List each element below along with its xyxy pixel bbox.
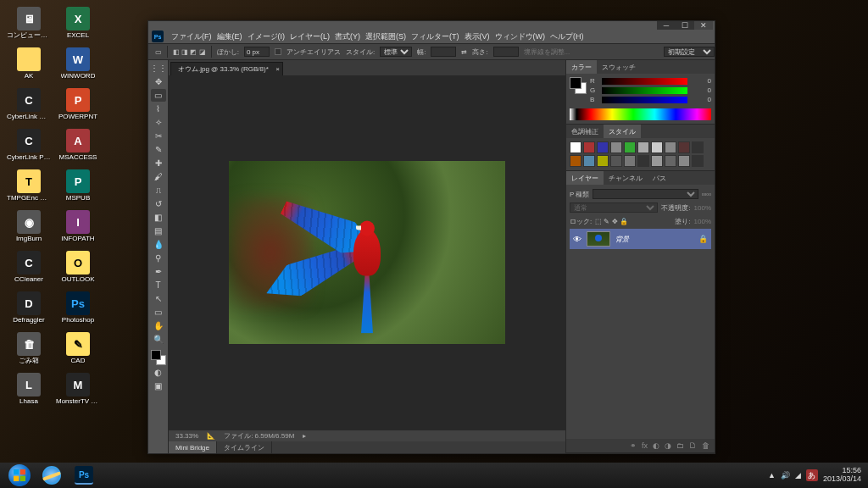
- layer-group-icon[interactable]: 🗀: [676, 441, 684, 450]
- desktop-icon-cyberlinkphotodirect[interactable]: CCyberLink PhotoDirect...: [7, 129, 51, 164]
- styles-tab[interactable]: スタイル: [604, 125, 641, 138]
- adjustments-tab[interactable]: 色調補正: [566, 125, 604, 138]
- mini-bridge-tab[interactable]: Mini Bridge: [169, 441, 217, 453]
- menu-f[interactable]: ファイル(F): [169, 31, 214, 42]
- desktop-icon-imgburn[interactable]: ◉ImgBurn: [7, 210, 51, 246]
- start-button[interactable]: [3, 463, 36, 487]
- style-swatch[interactable]: [583, 155, 595, 167]
- volume-icon[interactable]: 🔊: [781, 471, 790, 480]
- visibility-icon[interactable]: 👁: [573, 235, 581, 244]
- style-swatch[interactable]: [610, 155, 622, 167]
- desktop-icon-mspub[interactable]: PMSPUB: [56, 169, 100, 205]
- style-swatch[interactable]: [583, 141, 595, 153]
- zoom-tool-icon[interactable]: 🔍: [151, 333, 166, 346]
- desktop-icon-powerpnt[interactable]: PPOWERPNT: [56, 88, 100, 124]
- type-tool-icon[interactable]: T: [151, 279, 166, 291]
- blur-tool-icon[interactable]: 💧: [151, 238, 166, 251]
- quickmask-icon[interactable]: ◐: [151, 366, 166, 379]
- delete-layer-icon[interactable]: 🗑: [702, 441, 709, 450]
- menu-l[interactable]: レイヤー(L): [287, 31, 332, 42]
- style-swatch[interactable]: [692, 155, 704, 167]
- desktop-icon-infopath[interactable]: IINFOPATH: [56, 210, 100, 246]
- channels-tab[interactable]: チャンネル: [604, 171, 648, 185]
- opacity-value[interactable]: 100%: [694, 204, 711, 212]
- crop-tool-icon[interactable]: ✂: [151, 130, 166, 142]
- brush-tool-icon[interactable]: 🖌: [151, 170, 166, 183]
- maximize-button[interactable]: ☐: [676, 21, 694, 30]
- desktop-icon-defraggler[interactable]: DDefraggler: [7, 291, 51, 327]
- style-swatch[interactable]: [610, 141, 622, 153]
- style-swatch[interactable]: [637, 155, 649, 167]
- style-swatch[interactable]: [665, 141, 676, 153]
- r-slider[interactable]: [602, 78, 687, 85]
- ime-indicator[interactable]: あ: [806, 469, 818, 481]
- desktop-icon-photoshop[interactable]: PsPhotoshop: [56, 291, 100, 327]
- canvas-area[interactable]: [169, 75, 565, 430]
- style-select[interactable]: 標準: [380, 47, 412, 57]
- layer-fx-icon[interactable]: fx: [642, 441, 648, 450]
- layer-item-background[interactable]: 👁 背景 🔒: [570, 229, 711, 249]
- desktop-icon-[interactable]: 🖥コンピューター: [7, 7, 51, 42]
- desktop-icon-monstertvhd[interactable]: MMonsterTV HD: [56, 373, 100, 408]
- desktop-icon-outlook[interactable]: OOUTLOOK: [56, 251, 100, 286]
- history-brush-icon[interactable]: ↺: [151, 197, 166, 210]
- menu-y[interactable]: 書式(Y): [332, 31, 363, 42]
- eraser-tool-icon[interactable]: ◧: [151, 211, 166, 224]
- style-swatch[interactable]: [570, 141, 581, 153]
- move-tool-icon[interactable]: ✥: [151, 75, 166, 88]
- adjustment-layer-icon[interactable]: ◑: [665, 441, 671, 450]
- dodge-tool-icon[interactable]: ⚲: [151, 252, 166, 264]
- style-swatch[interactable]: [651, 155, 663, 167]
- timeline-tab[interactable]: タイムライン: [217, 441, 272, 453]
- gradient-tool-icon[interactable]: ▤: [151, 225, 166, 237]
- style-swatch[interactable]: [678, 141, 690, 153]
- antialias-checkbox[interactable]: [275, 48, 281, 55]
- blend-mode-select[interactable]: 通常: [570, 202, 658, 213]
- fill-value[interactable]: 100%: [694, 218, 711, 225]
- desktop-icon-tmpgencdvdauthor20[interactable]: TTMPGEnc DVD Author 2.0: [7, 169, 51, 205]
- style-swatch[interactable]: [624, 141, 636, 153]
- spectrum-bar[interactable]: [570, 108, 711, 120]
- menu-t[interactable]: フィルター(T): [409, 31, 462, 42]
- layers-tab[interactable]: レイヤー: [566, 171, 604, 185]
- close-button[interactable]: ✕: [694, 21, 713, 30]
- eyedropper-tool-icon[interactable]: ✎: [151, 143, 166, 156]
- new-layer-icon[interactable]: 🗋: [689, 441, 697, 450]
- desktop-icon-cad[interactable]: ✎CAD: [56, 332, 100, 368]
- menu-w[interactable]: ウィンドウ(W): [492, 31, 548, 42]
- style-swatch[interactable]: [597, 155, 609, 167]
- document-canvas[interactable]: [229, 161, 505, 344]
- desktop-icon-excel[interactable]: XEXCEL: [56, 7, 100, 42]
- document-tab[interactable]: オウム.jpg @ 33.3% (RGB/8)* ×: [170, 62, 283, 75]
- feather-input[interactable]: [244, 47, 270, 57]
- heal-tool-icon[interactable]: ✚: [151, 157, 166, 169]
- path-tool-icon[interactable]: ↖: [151, 292, 166, 305]
- shape-tool-icon[interactable]: ▭: [151, 306, 166, 319]
- desktop-icon-winword[interactable]: WWINWORD: [56, 47, 100, 83]
- color-tab[interactable]: カラー: [566, 60, 597, 74]
- paths-tab[interactable]: パス: [648, 171, 671, 185]
- refine-edge-button[interactable]: 境界線を調整...: [524, 47, 570, 57]
- pen-tool-icon[interactable]: ✒: [151, 265, 166, 278]
- desktop-icon-cyberlinkmediaespres[interactable]: CCyberLink MediaEspres...: [7, 88, 51, 124]
- layer-filter[interactable]: [593, 189, 698, 199]
- menu-e[interactable]: 編集(E): [214, 31, 245, 42]
- style-swatch[interactable]: [665, 155, 676, 167]
- marquee-tool-icon[interactable]: ▭: [155, 48, 162, 56]
- style-swatch[interactable]: [570, 155, 581, 167]
- network-icon[interactable]: ◢: [795, 471, 801, 480]
- hand-tool-icon[interactable]: ✋: [151, 319, 166, 332]
- layer-thumbnail[interactable]: [587, 231, 610, 247]
- g-slider[interactable]: [602, 87, 687, 94]
- style-swatch[interactable]: [692, 141, 704, 153]
- zoom-level[interactable]: 33.33%: [175, 432, 198, 440]
- tray-arrow-icon[interactable]: ▲: [768, 471, 776, 480]
- menu-s[interactable]: 選択範囲(S): [363, 31, 409, 42]
- link-layers-icon[interactable]: ⚭: [630, 441, 637, 450]
- workspace-select[interactable]: 初期設定: [664, 47, 715, 57]
- stamp-tool-icon[interactable]: ⎍: [151, 184, 166, 197]
- minimize-button[interactable]: ─: [657, 21, 676, 30]
- menu-v[interactable]: 表示(V): [462, 31, 492, 42]
- clock[interactable]: 15:56 2013/03/14: [823, 467, 861, 484]
- style-swatch[interactable]: [624, 155, 636, 167]
